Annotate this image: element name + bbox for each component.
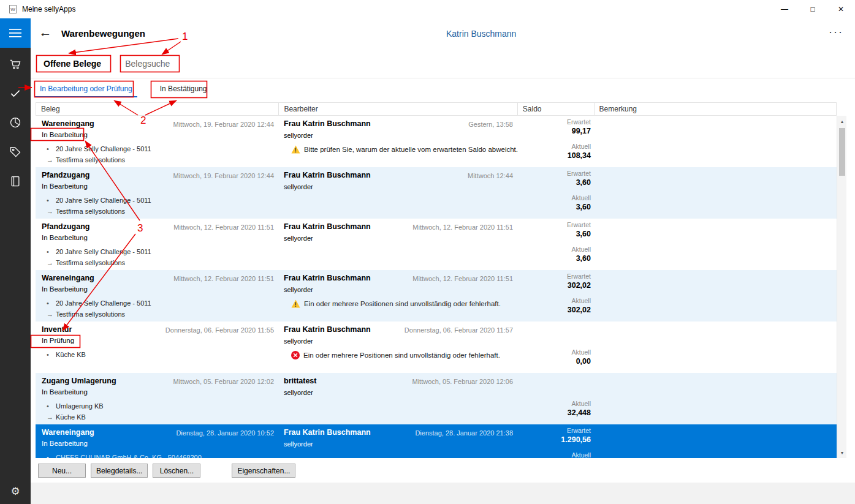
beleg-cell: PfandzugangMittwoch, 12. Februar 2020 11…	[36, 219, 279, 270]
bearbeiter-cell: Frau Katrin BuschmannMittwoch 12:44selly…	[279, 167, 518, 219]
bemerkung-cell	[595, 322, 837, 373]
bearbeiter-name: brittatest	[284, 377, 316, 385]
bearbeiter-date: Mittwoch 12:44	[468, 172, 513, 179]
table-row[interactable]: PfandzugangMittwoch, 12. Februar 2020 11…	[36, 219, 837, 270]
document-position: →Küche KB	[47, 413, 86, 421]
sidebar-item-prices[interactable]	[0, 140, 31, 164]
user-link[interactable]: Katrin Buschmann	[446, 29, 516, 39]
saldo-aktuell-label: Aktuell	[571, 348, 591, 356]
document-position: •20 Jahre Selly Challenge - 5011	[47, 197, 151, 204]
saldo-cell: Erwartet3,60Aktuell3,60	[518, 167, 595, 219]
sidebar-item-belege[interactable]	[0, 81, 31, 105]
tab-offene-belege[interactable]: Offene Belege	[37, 55, 108, 72]
saldo-aktuell-value: 3,60	[576, 203, 591, 211]
subtab-in-bearbeitung-oder-pruefung[interactable]: In Bearbeitung oder Prüfung	[35, 81, 137, 97]
tab-belegsuche[interactable]: Belegsuche	[118, 55, 177, 72]
sidebar-item-ledger[interactable]	[0, 169, 31, 194]
saldo-erwartet-value: 3,60	[576, 230, 591, 238]
bullet-icon: •	[47, 454, 56, 458]
header-divider	[31, 78, 855, 78]
arrow-icon: →	[47, 310, 56, 318]
saldo-aktuell-value: 3,60	[576, 254, 591, 263]
document-position: •20 Jahre Selly Challenge - 5011	[47, 299, 151, 307]
document-position: •Umlagerung KB	[47, 402, 104, 410]
app-icon: W	[8, 4, 18, 14]
document-date: Donnerstag, 06. Februar 2020 11:55	[165, 326, 274, 334]
saldo-aktuell-value: 108,34	[568, 151, 591, 160]
bearbeiter-name: Frau Katrin Buschmann	[284, 428, 371, 437]
bearbeiter-cell: Frau Katrin BuschmannMittwoch, 12. Febru…	[279, 270, 518, 322]
document-type: Pfandzugang	[42, 222, 89, 231]
sidebar-item-statistics[interactable]	[0, 110, 31, 135]
bearbeiter-date: Dienstag, 28. Januar 2020 21:38	[415, 429, 513, 437]
scroll-down-icon[interactable]: ▼	[837, 448, 847, 457]
saldo-aktuell-label: Aktuell	[571, 194, 591, 201]
close-button[interactable]: ✕	[827, 0, 855, 18]
bearbeiter-name: Frau Katrin Buschmann	[284, 171, 371, 179]
saldo-cell: Erwartet302,02Aktuell302,02	[518, 270, 595, 322]
document-type: Wareneingang	[42, 119, 94, 128]
document-date: Mittwoch, 19. Februar 2020 12:44	[173, 172, 274, 179]
gear-icon: ⚙	[10, 485, 20, 498]
subtab-in-bestaetigung[interactable]: In Bestätigung	[155, 81, 212, 97]
table-row[interactable]: PfandzugangMittwoch, 19. Februar 2020 12…	[36, 167, 837, 219]
maximize-button[interactable]: □	[799, 0, 827, 18]
saldo-erwartet-label: Erwartet	[567, 118, 591, 126]
document-date: Mittwoch, 19. Februar 2020 12:44	[173, 121, 274, 128]
column-header-saldo[interactable]: Saldo	[518, 103, 595, 115]
arrow-icon: →	[47, 259, 56, 266]
bearbeiter-name: Frau Katrin Buschmann	[284, 119, 371, 128]
saldo-aktuell-label: Aktuell	[571, 143, 591, 150]
table-row[interactable]: Zugang UmlagerungMittwoch, 05. Februar 2…	[36, 373, 837, 424]
scrollbar[interactable]: ▲ ▼	[837, 116, 846, 458]
column-header-bearbeiter[interactable]: Bearbeiter	[279, 103, 517, 115]
beleg-cell: WareneingangMittwoch, 12. Februar 2020 1…	[36, 270, 279, 322]
row-message: Bitte prüfen Sie, warum der aktuelle vom…	[291, 145, 518, 154]
table-row[interactable]: WareneingangMittwoch, 12. Februar 2020 1…	[36, 270, 837, 322]
bearbeiter-name: Frau Katrin Buschmann	[284, 325, 371, 334]
table-row[interactable]: WareneingangDienstag, 28. Januar 2020 10…	[36, 424, 837, 458]
more-button[interactable]: ···	[829, 26, 843, 39]
loeschen-button[interactable]: Löschen...	[153, 464, 200, 478]
column-header-bemerkung[interactable]: Bemerkung	[595, 103, 836, 115]
saldo-cell: Erwartet1.290,56Aktuell	[518, 424, 595, 458]
saldo-erwartet-value: 3,60	[576, 178, 591, 187]
bearbeiter-app: sellyorder	[284, 235, 313, 242]
eigenschaften-button[interactable]: Eigenschaften...	[232, 464, 295, 478]
document-type: Pfandzugang	[42, 171, 89, 179]
svg-text:W: W	[10, 7, 15, 12]
scrollbar-thumb[interactable]	[839, 128, 845, 176]
error-icon	[291, 351, 300, 359]
saldo-aktuell-value: 32,448	[568, 408, 591, 417]
column-header-beleg[interactable]: Beleg	[36, 103, 279, 115]
document-status: In Bearbeitung	[42, 285, 88, 293]
row-message: Ein oder mehrere Positionen sind unvolls…	[291, 351, 500, 359]
table-row[interactable]: WareneingangMittwoch, 19. Februar 2020 1…	[36, 116, 837, 167]
belegdetails-button[interactable]: Belegdetails...	[91, 464, 148, 478]
beleg-cell: InventurDonnerstag, 06. Februar 2020 11:…	[36, 322, 279, 373]
saldo-aktuell-label: Aktuell	[571, 451, 591, 458]
titlebar: W Meine sellyApps — □ ✕	[0, 0, 855, 18]
back-button[interactable]: ←	[37, 25, 54, 40]
document-position: •20 Jahre Selly Challenge - 5011	[47, 145, 151, 152]
saldo-cell: Erwartet99,17Aktuell108,34	[518, 116, 595, 167]
bullet-icon: •	[47, 197, 56, 204]
saldo-erwartet-value: 302,02	[568, 281, 591, 290]
bearbeiter-date: Gestern, 13:58	[468, 121, 513, 128]
document-position: →Testfirma sellysolutions	[47, 156, 125, 164]
minimize-button[interactable]: —	[770, 0, 799, 18]
page-title: Warenbewegungen	[61, 28, 145, 39]
scroll-up-icon[interactable]: ▲	[837, 116, 847, 126]
neu-button[interactable]: Neu...	[38, 464, 86, 478]
bearbeiter-cell: Frau Katrin BuschmannMittwoch, 12. Febru…	[279, 219, 518, 270]
sidebar-item-cart[interactable]	[0, 52, 31, 77]
saldo-erwartet-label: Erwartet	[567, 221, 591, 228]
saldo-cell: Aktuell32,448	[518, 373, 595, 424]
window-controls: — □ ✕	[770, 0, 855, 18]
document-date: Mittwoch, 12. Februar 2020 11:51	[173, 275, 274, 282]
bearbeiter-app: sellyorder	[284, 440, 313, 448]
sidebar-item-settings[interactable]: ⚙	[0, 479, 31, 503]
annotation-label-1: 1	[182, 31, 188, 42]
menu-button[interactable]	[0, 18, 31, 48]
table-row[interactable]: InventurDonnerstag, 06. Februar 2020 11:…	[36, 322, 837, 373]
